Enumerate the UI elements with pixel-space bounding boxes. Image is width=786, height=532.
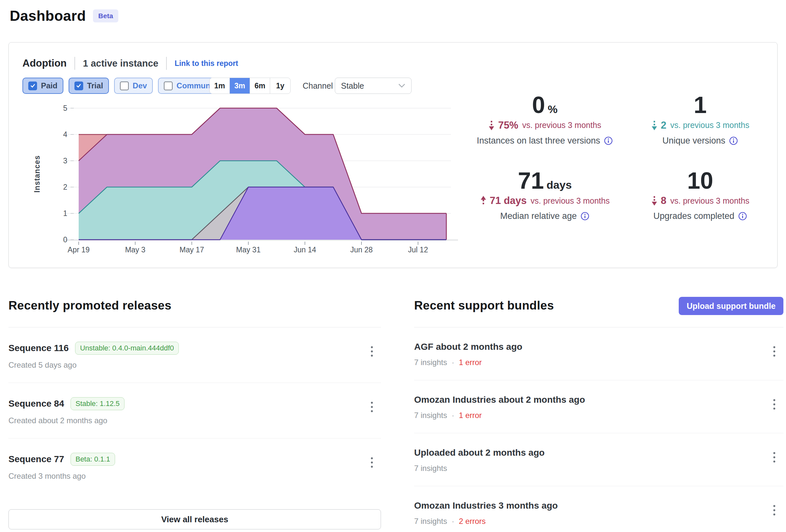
page-header: Dashboard Beta xyxy=(0,0,786,24)
support-bundle-row: AGF about 2 months ago7 insights·1 error xyxy=(414,328,783,380)
stat-value: 71days xyxy=(467,169,623,193)
divider xyxy=(166,57,167,70)
filter-chip-label: Dev xyxy=(133,81,147,90)
bundle-title[interactable]: Omozan Industries about 2 months ago xyxy=(414,395,585,405)
svg-text:Jun 14: Jun 14 xyxy=(294,245,316,254)
release-row: Sequence 84Stable: 1.12.5Created about 2… xyxy=(8,383,381,438)
svg-text:May 3: May 3 xyxy=(125,245,146,254)
svg-text:3: 3 xyxy=(63,156,67,165)
bundle-title[interactable]: AGF about 2 months ago xyxy=(414,342,523,352)
stat-number: 1 xyxy=(694,93,707,118)
channel-select-value: Stable xyxy=(341,81,364,91)
release-created: Created about 2 months ago xyxy=(8,416,381,425)
channel-label: Channel xyxy=(303,78,333,94)
adoption-area-chart: Apr 19May 3May 17May 31Jun 14Jun 28Jul 1… xyxy=(9,105,461,258)
support-bundle-row: Uploaded about 2 months ago7 insights xyxy=(414,433,783,486)
license-filter-chips: PaidTrialDevCommunity xyxy=(22,78,225,94)
release-row: Sequence 77Beta: 0.1.1Created 3 months a… xyxy=(8,438,381,494)
stat-delta-suffix: vs. previous 3 months xyxy=(670,196,749,205)
stat-label: Median relative age xyxy=(467,211,623,221)
kebab-menu-icon[interactable] xyxy=(768,501,781,519)
trend-down-icon xyxy=(651,120,657,131)
release-version-badge: Unstable: 0.4.0-main.444ddf0 xyxy=(75,342,179,355)
stat-card: 12vs. previous 3 monthsUnique versions xyxy=(623,91,778,146)
stat-card: 71days71 daysvs. previous 3 monthsMedian… xyxy=(467,167,623,221)
filter-chip-dev[interactable]: Dev xyxy=(114,78,153,94)
stat-number: 71 xyxy=(518,169,544,193)
bundle-title[interactable]: Omozan Industries 3 months ago xyxy=(414,501,558,511)
kebab-menu-icon[interactable] xyxy=(768,448,781,466)
time-range-group: 1m3m6m1y xyxy=(209,78,291,94)
adoption-card-header: Adoption 1 active instance Link to this … xyxy=(9,43,777,70)
release-row: Sequence 116Unstable: 0.4.0-main.444ddf0… xyxy=(8,328,381,383)
stat-change: 75%vs. previous 3 months xyxy=(467,120,623,131)
stat-value: 1 xyxy=(623,93,778,118)
upload-support-bundle-button[interactable]: Upload support bundle xyxy=(679,297,783,315)
stat-value: 0% xyxy=(467,93,623,118)
check-icon xyxy=(76,83,81,88)
svg-text:5: 5 xyxy=(63,105,67,112)
checkbox-icon[interactable] xyxy=(74,81,83,90)
filter-chip-trial[interactable]: Trial xyxy=(69,78,109,94)
range-button-3m[interactable]: 3m xyxy=(230,78,250,94)
adoption-card: Adoption 1 active instance Link to this … xyxy=(8,42,778,268)
info-icon[interactable] xyxy=(729,137,738,145)
stat-label: Upgrades completed xyxy=(623,211,778,221)
release-version-badge: Beta: 0.1.1 xyxy=(71,453,115,466)
stat-unit: days xyxy=(547,179,572,191)
stat-change: 8vs. previous 3 months xyxy=(623,195,778,207)
stat-delta: 2 xyxy=(661,120,666,131)
svg-text:May 31: May 31 xyxy=(236,245,260,254)
release-version-badge: Stable: 1.12.5 xyxy=(71,397,124,410)
releases-header: Recently promoted releases xyxy=(8,299,381,328)
stat-value: 10 xyxy=(623,169,778,193)
trend-down-icon xyxy=(488,120,495,131)
stat-card: 108vs. previous 3 monthsUpgrades complet… xyxy=(623,167,778,221)
info-icon[interactable] xyxy=(738,212,747,220)
filter-chip-paid[interactable]: Paid xyxy=(22,78,63,94)
info-icon[interactable] xyxy=(604,137,613,145)
svg-text:1: 1 xyxy=(63,209,67,218)
bottom-columns: Recently promoted releases Sequence 116U… xyxy=(8,299,783,532)
filter-chip-label: Paid xyxy=(41,81,57,90)
page-title: Dashboard xyxy=(10,8,86,24)
stat-change: 2vs. previous 3 months xyxy=(623,120,778,131)
kebab-menu-icon[interactable] xyxy=(768,342,781,361)
checkbox-icon[interactable] xyxy=(164,81,172,90)
bundle-insights: 7 insights xyxy=(414,464,447,473)
bundle-list: AGF about 2 months ago7 insights·1 error… xyxy=(414,328,783,532)
checkbox-icon[interactable] xyxy=(120,81,129,90)
svg-text:0: 0 xyxy=(63,236,67,244)
range-button-1y[interactable]: 1y xyxy=(270,78,290,94)
bundle-insights: 7 insights xyxy=(414,358,447,367)
link-to-report[interactable]: Link to this report xyxy=(175,59,238,68)
stat-delta: 71 days xyxy=(490,195,527,207)
kebab-menu-icon[interactable] xyxy=(365,453,378,471)
beta-badge: Beta xyxy=(93,9,118,22)
info-icon[interactable] xyxy=(581,212,590,220)
adoption-stats: 0%75%vs. previous 3 monthsInstances on l… xyxy=(467,91,778,221)
dot-separator: · xyxy=(452,411,454,420)
channel-select[interactable]: Stable xyxy=(335,78,412,94)
trend-up-icon xyxy=(480,195,487,207)
stat-number: 10 xyxy=(687,169,713,193)
range-button-6m[interactable]: 6m xyxy=(250,78,270,94)
svg-text:Instances: Instances xyxy=(33,155,41,193)
range-button-1m[interactable]: 1m xyxy=(210,78,230,94)
bundle-title[interactable]: Uploaded about 2 months ago xyxy=(414,448,545,458)
releases-heading: Recently promoted releases xyxy=(8,299,171,312)
support-bundle-row: Omozan Industries about 2 months ago7 in… xyxy=(414,380,783,433)
kebab-menu-icon[interactable] xyxy=(768,395,781,413)
chevron-down-icon xyxy=(398,83,406,88)
stat-delta-suffix: vs. previous 3 months xyxy=(531,196,609,205)
checkbox-icon[interactable] xyxy=(28,81,37,90)
view-all-releases-button[interactable]: View all releases xyxy=(8,509,381,529)
stat-number: 0 xyxy=(532,93,545,118)
kebab-menu-icon[interactable] xyxy=(365,398,378,416)
bundle-insights: 7 insights xyxy=(414,517,447,526)
support-bundle-row: Omozan Industries 3 months ago7 insights… xyxy=(414,486,783,532)
svg-text:Jun 28: Jun 28 xyxy=(350,245,372,254)
release-created: Created 3 months ago xyxy=(8,471,381,481)
kebab-menu-icon[interactable] xyxy=(365,342,378,361)
stat-card: 0%75%vs. previous 3 monthsInstances on l… xyxy=(467,91,623,146)
